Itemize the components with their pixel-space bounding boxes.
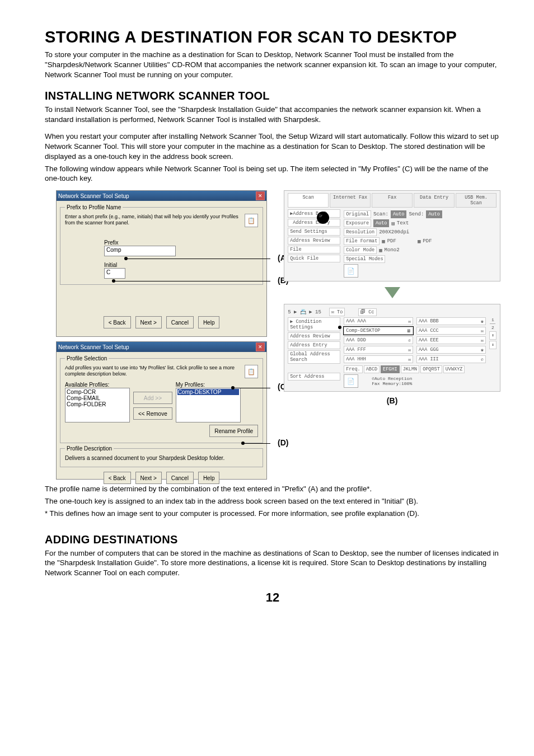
addr-entry[interactable]: AAA EEE✉ bbox=[416, 336, 486, 344]
addr-entry[interactable]: AAA AAA✉ bbox=[344, 317, 413, 325]
phone-icon: ✆ bbox=[408, 338, 411, 343]
tab-usb[interactable]: USB Mem. Scan bbox=[456, 193, 496, 208]
auto-btn[interactable]: Auto bbox=[373, 219, 389, 227]
addr-entry[interactable]: AAA BBB❀ bbox=[416, 317, 486, 325]
close-icon[interactable]: ✕ bbox=[256, 191, 265, 200]
alpha-tab[interactable]: OPQRST bbox=[420, 365, 442, 373]
profile-desc-text: Delivers a scanned document to your Shar… bbox=[65, 455, 258, 461]
side-file[interactable]: File bbox=[288, 246, 340, 253]
rename-button[interactable]: Rename Profile bbox=[209, 425, 258, 437]
alpha-tab[interactable]: ABCD bbox=[364, 365, 380, 373]
cc-btn[interactable]: 🗐 Cc bbox=[358, 308, 376, 316]
to-btn[interactable]: ✉ To bbox=[329, 308, 345, 316]
down-arrow-icon[interactable]: ⬇ bbox=[489, 341, 496, 349]
fieldset-legend: Profile Description bbox=[65, 445, 114, 452]
alpha-tab[interactable]: Freq. bbox=[344, 365, 363, 373]
side-quickfile[interactable]: Quick File bbox=[288, 255, 340, 262]
help-button[interactable]: Help bbox=[198, 472, 220, 484]
phone-icon: ✆ bbox=[481, 357, 484, 362]
alpha-tab[interactable]: JKLMN bbox=[401, 365, 420, 373]
addr-entry[interactable]: AAA GGG❀ bbox=[416, 346, 486, 354]
resolution-btn[interactable]: Resolution bbox=[344, 228, 377, 236]
fieldset-legend: Prefix to Profile Name bbox=[65, 204, 123, 210]
titlebar: Network Scanner Tool Setup ✕ bbox=[57, 191, 266, 201]
up-arrow-icon[interactable]: ⬆ bbox=[489, 331, 496, 340]
close-icon[interactable]: ✕ bbox=[256, 342, 265, 351]
preview-icon[interactable]: 📄 bbox=[344, 374, 358, 388]
prefix-label: Prefix bbox=[104, 240, 258, 246]
window-title: Network Scanner Tool Setup bbox=[58, 193, 129, 199]
list-item[interactable]: Comp-EMAIL bbox=[67, 395, 128, 401]
add-heading: ADDING DESTINATIONS bbox=[45, 533, 500, 546]
sort-address-btn[interactable]: Sort Address bbox=[288, 373, 340, 381]
fieldset-legend: Profile Selection bbox=[65, 355, 109, 361]
side-review[interactable]: Address Review bbox=[288, 332, 340, 340]
side-addressreview[interactable]: Address Review bbox=[288, 237, 340, 245]
auto-btn[interactable]: Auto bbox=[391, 210, 406, 218]
desktop-icon: 🖥 bbox=[406, 328, 411, 334]
list-item-selected[interactable]: Comp-DESKTOP bbox=[177, 389, 239, 395]
side-addressbook[interactable]: ▶Address Book bbox=[288, 209, 340, 218]
pdf-icon: ▦ bbox=[418, 238, 420, 245]
tab-fax[interactable]: Fax bbox=[372, 193, 413, 208]
add-button[interactable]: Add >> bbox=[133, 392, 172, 404]
next-button[interactable]: Next > bbox=[135, 472, 162, 484]
mono-label: Mono2 bbox=[385, 247, 400, 253]
special-btn[interactable]: Special Modes bbox=[344, 255, 385, 263]
colormode-btn[interactable]: Color Mode bbox=[344, 246, 377, 254]
next-button[interactable]: Next > bbox=[135, 316, 162, 328]
initial-input[interactable]: C bbox=[104, 268, 125, 279]
tab-ifax[interactable]: Internet Fax bbox=[330, 193, 371, 208]
auto-btn[interactable]: Auto bbox=[426, 210, 442, 218]
addr-entry-desktop[interactable]: Comp-DESKTOP🖥 bbox=[344, 327, 413, 335]
prefix-input[interactable]: Comp bbox=[104, 246, 176, 256]
back-button[interactable]: < Back bbox=[104, 316, 131, 328]
text-icon: ▤ bbox=[391, 220, 394, 227]
alpha-tab[interactable]: UVWXYZ bbox=[443, 365, 465, 373]
preview-icon[interactable]: 📄 bbox=[344, 264, 358, 278]
mail-icon: ✉ bbox=[408, 319, 411, 324]
count-indicator: 5 ▶ 📇 ▶ 15 bbox=[288, 309, 321, 315]
mono-icon: ▦ bbox=[379, 247, 382, 253]
help-button[interactable]: Help bbox=[198, 316, 220, 328]
globe-icon: ❀ bbox=[481, 319, 484, 324]
initial-label: Initial bbox=[104, 262, 258, 268]
addr-entry[interactable]: AAA CCC✉ bbox=[416, 327, 486, 335]
text-label: Text bbox=[397, 220, 409, 226]
myprofiles-list[interactable]: Comp-DESKTOP bbox=[176, 388, 241, 422]
wizard-icon: 📋 bbox=[245, 214, 258, 227]
tab-data[interactable]: Data Entry bbox=[414, 193, 455, 208]
install-para-2: When you restart your computer after ins… bbox=[45, 132, 500, 161]
addr-entry[interactable]: AAA III✆ bbox=[416, 355, 486, 363]
fileformat-btn[interactable]: File Format bbox=[344, 237, 380, 245]
remove-button[interactable]: << Remove bbox=[133, 407, 172, 420]
tab-scan[interactable]: Scan bbox=[288, 193, 329, 208]
side-global[interactable]: Global Address Search bbox=[288, 350, 340, 364]
side-addressentry[interactable]: Address Entry bbox=[288, 219, 340, 227]
figure-area: Network Scanner Tool Setup ✕ Prefix to P… bbox=[56, 190, 500, 480]
list-item[interactable]: Comp-FOLDER bbox=[67, 401, 128, 407]
install-para-1: To install Network Scanner Tool, see the… bbox=[45, 105, 500, 125]
wizard-window-1: Network Scanner Tool Setup ✕ Prefix to P… bbox=[56, 190, 267, 337]
available-label: Available Profiles: bbox=[65, 382, 130, 388]
side-entry[interactable]: Address Entry bbox=[288, 341, 340, 349]
back-button[interactable]: < Back bbox=[104, 472, 131, 484]
list-item[interactable]: Comp-OCR bbox=[67, 389, 128, 395]
available-list[interactable]: Comp-OCR Comp-EMAIL Comp-FOLDER bbox=[65, 388, 130, 422]
addr-entry[interactable]: AAA HHH✉ bbox=[344, 355, 413, 363]
prefix-hint: Enter a short prefix (e.g., name, initia… bbox=[65, 214, 241, 226]
wizard-window-2: Network Scanner Tool Setup ✕ Profile Sel… bbox=[56, 341, 267, 480]
side-condition[interactable]: ▶ Condition Settings bbox=[288, 317, 340, 331]
cancel-button[interactable]: Cancel bbox=[166, 472, 194, 484]
side-sendsettings[interactable]: Send Settings bbox=[288, 228, 340, 236]
after-fig-1: The profile name is determined by the co… bbox=[45, 484, 500, 494]
alpha-tab[interactable]: EFGHI bbox=[381, 365, 400, 373]
pdf-icon: ▦ bbox=[382, 238, 385, 245]
cancel-button[interactable]: Cancel bbox=[166, 316, 194, 328]
original-btn[interactable]: Original bbox=[344, 210, 371, 218]
addr-entry[interactable]: AAA FFF✉ bbox=[344, 346, 413, 354]
mail-icon: ✉ bbox=[408, 357, 411, 362]
addr-entry[interactable]: AAA DDD✆ bbox=[344, 336, 413, 344]
exposure-btn[interactable]: Exposure bbox=[344, 219, 371, 227]
callout-b-lower: (B) bbox=[284, 396, 500, 405]
